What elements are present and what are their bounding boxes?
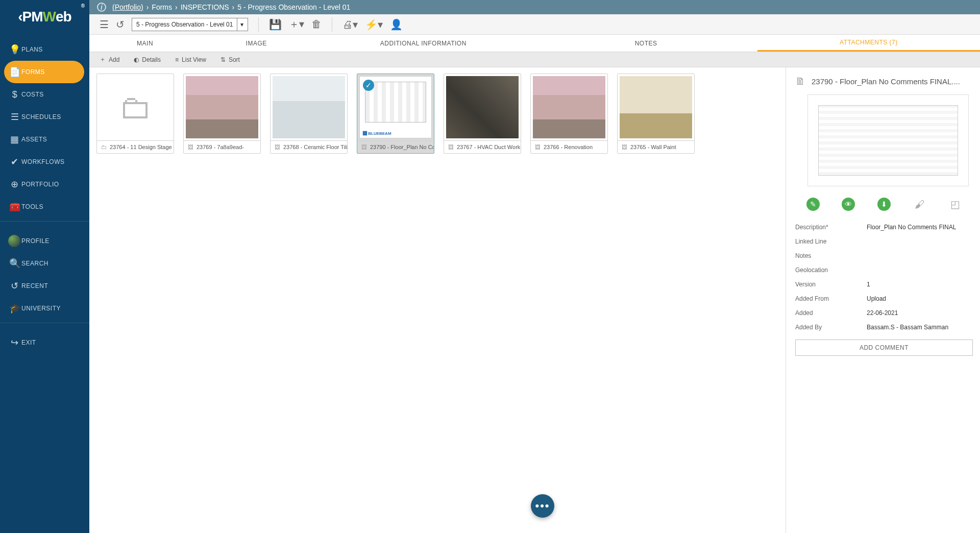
listview-button[interactable]: ≡List View: [175, 56, 206, 63]
field-value: Bassam.S - Bassam Samman: [867, 324, 948, 331]
tab-main[interactable]: MAIN: [89, 35, 201, 52]
field-value: Upload: [867, 295, 886, 302]
save-icon[interactable]: 💾: [269, 18, 282, 31]
detail-field: Added ByBassam.S - Bassam Samman: [795, 320, 973, 334]
field-label: Geolocation: [795, 266, 867, 274]
sidebar-item-profile[interactable]: PROFILE: [0, 230, 89, 252]
nav-secondary: PROFILE🔍SEARCH↺RECENT🎓UNIVERSITY: [0, 225, 89, 320]
attachment-caption: 🖼23769 - 7a8a9ead-: [184, 140, 260, 153]
sidebar-item-label: PROFILE: [21, 237, 50, 245]
attachment-label: 23768 - Ceramic Floor Tiling: [283, 144, 347, 150]
delete-icon[interactable]: 🗑: [311, 18, 322, 30]
fab-more[interactable]: •••: [531, 494, 554, 518]
sidebar-item-recent[interactable]: ↺RECENT: [0, 275, 89, 297]
sidebar-item-workflows[interactable]: ✔WORKFLOWS: [0, 151, 89, 173]
sidebar-item-search[interactable]: 🔍SEARCH: [0, 252, 89, 275]
attachment-card[interactable]: 🗀🗀23764 - 11 Design Stage: [96, 74, 174, 154]
sidebar-item-schedules[interactable]: ☰SCHEDULES: [0, 106, 89, 128]
breadcrumb-root[interactable]: (Portfolio): [112, 3, 143, 11]
attachment-card[interactable]: ✓🖼23790 - Floor_Plan No Com...: [357, 74, 434, 154]
sidebar-item-forms[interactable]: 📄FORMS: [4, 61, 84, 83]
image-icon: 🖼: [535, 144, 541, 150]
attachment-label: 23790 - Floor_Plan No Com...: [370, 144, 434, 150]
image-icon: 🖼: [188, 144, 193, 150]
search-icon: 🔍: [8, 258, 21, 269]
history-icon[interactable]: ↺: [116, 18, 125, 31]
breadcrumb-forms[interactable]: Forms: [152, 3, 172, 11]
attachment-card[interactable]: 🖼23765 - Wall Paint: [617, 74, 695, 154]
chevron-down-icon[interactable]: ▾: [237, 18, 243, 31]
field-label: Added: [795, 309, 867, 317]
add-button[interactable]: ＋Add: [100, 55, 119, 64]
sidebar-item-label: PLANS: [21, 46, 43, 53]
tab-notes[interactable]: NOTES: [535, 35, 757, 52]
sidebar-item-label: RECENT: [21, 282, 48, 289]
toolbar: ☰ ↺ 5 - Progress Observation - Level 01 …: [89, 14, 980, 35]
record-selector[interactable]: 5 - Progress Observation - Level 01 ▾: [132, 18, 248, 31]
details-title: 23790 - Floor_Plan No Comments FINAL....: [812, 77, 960, 86]
print-icon[interactable]: 🖨▾: [342, 18, 358, 31]
attachments-gallery: 🗀🗀23764 - 11 Design Stage🖼23769 - 7a8a9e…: [89, 67, 786, 533]
sidebar-item-costs[interactable]: $COSTS: [0, 83, 89, 106]
view-icon[interactable]: 👁: [842, 198, 855, 211]
sidebar-item-assets[interactable]: ▦ASSETS: [0, 128, 89, 151]
sidebar-item-label: COSTS: [21, 91, 44, 98]
attachment-caption: 🖼23765 - Wall Paint: [618, 140, 694, 153]
exit-icon: ↪: [8, 337, 21, 348]
details-preview[interactable]: [807, 94, 969, 186]
image-icon: 🖼: [448, 144, 454, 150]
crop-icon[interactable]: ◰: [948, 198, 962, 211]
add-comment-button[interactable]: ADD COMMENT: [795, 340, 973, 356]
sidebar-item-portfolio[interactable]: ⊕PORTFOLIO: [0, 173, 89, 196]
edit-icon[interactable]: ✎: [806, 198, 820, 211]
attachment-caption: 🖼23790 - Floor_Plan No Com...: [357, 140, 434, 153]
detail-field: Added22-06-2021: [795, 306, 973, 320]
plans-icon: 💡: [8, 44, 21, 55]
download-icon[interactable]: ⬇: [877, 198, 891, 211]
workflows-icon: ✔: [8, 156, 21, 167]
sort-button[interactable]: ⇅Sort: [220, 56, 240, 63]
sidebar-item-university[interactable]: 🎓UNIVERSITY: [0, 297, 89, 320]
field-label: Description*: [795, 224, 867, 231]
brush-icon[interactable]: 🖌: [913, 198, 926, 211]
sidebar-item-tools[interactable]: 🧰TOOLS: [0, 196, 89, 218]
selected-check-icon: ✓: [363, 80, 374, 91]
info-icon[interactable]: i: [97, 3, 106, 12]
logo: ‹PMWeb ®: [0, 0, 89, 33]
costs-icon: $: [8, 89, 21, 100]
sidebar-item-label: UNIVERSITY: [21, 305, 61, 312]
breadcrumb-inspections[interactable]: INSPECTIONS: [181, 3, 229, 11]
nav-primary: 💡PLANS📄FORMS$COSTS☰SCHEDULES▦ASSETS✔WORK…: [0, 33, 89, 218]
tab-attachments[interactable]: ATTACHMENTS (7): [757, 35, 980, 52]
thumbnail: [273, 76, 345, 138]
sidebar-item-plans[interactable]: 💡PLANS: [0, 38, 89, 61]
thumbnail: 🗀: [99, 76, 172, 138]
university-icon: 🎓: [8, 303, 21, 314]
attachment-card[interactable]: 🖼23767 - HVAC Duct Work: [444, 74, 521, 154]
user-icon[interactable]: 👤: [390, 18, 403, 31]
attachment-card[interactable]: 🖼23766 - Renovation: [530, 74, 608, 154]
attachment-caption: 🗀23764 - 11 Design Stage: [97, 140, 174, 153]
pdf-icon: 🗎: [795, 76, 805, 87]
attachment-label: 23764 - 11 Design Stage: [110, 144, 172, 150]
field-label: Added From: [795, 295, 867, 302]
image-icon: 🖼: [275, 144, 280, 150]
details-toggle[interactable]: ◐Details: [134, 56, 161, 63]
attachment-card[interactable]: 🖼23768 - Ceramic Floor Tiling: [270, 74, 348, 154]
sort-icon: ⇅: [220, 56, 226, 63]
tab-additional[interactable]: ADDITIONAL INFORMATION: [312, 35, 534, 52]
sidebar-item-label: WORKFLOWS: [21, 158, 65, 165]
list-icon[interactable]: ☰: [100, 18, 109, 31]
plus-icon: ＋: [100, 55, 106, 64]
attachment-card[interactable]: 🖼23769 - 7a8a9ead-: [183, 74, 261, 154]
tab-image[interactable]: IMAGE: [201, 35, 312, 52]
field-value: 22-06-2021: [867, 309, 898, 317]
tabs: MAIN IMAGE ADDITIONAL INFORMATION NOTES …: [89, 35, 980, 52]
nav-exit[interactable]: ↪ EXIT: [0, 331, 89, 354]
sidebar-item-label: PORTFOLIO: [21, 181, 59, 188]
avatar-icon: [8, 235, 21, 247]
bolt-icon[interactable]: ⚡▾: [365, 18, 383, 31]
add-icon[interactable]: ＋▾: [289, 17, 304, 31]
schedules-icon: ☰: [8, 111, 21, 123]
field-label: Version: [795, 281, 867, 288]
